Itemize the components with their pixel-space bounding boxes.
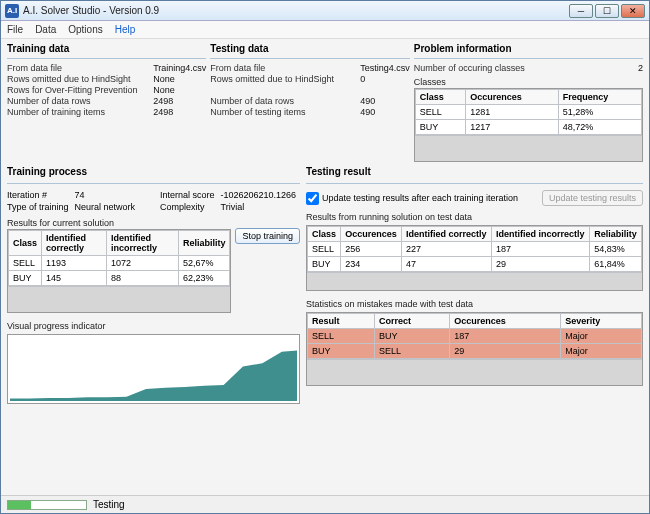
window-title: A.I. Solver Studio - Version 0.9 [23,5,569,16]
tp-type-value: Neural network [75,202,154,212]
app-window: A.I A.I. Solver Studio - Version 0.9 ─ ☐… [0,0,650,514]
problem-info-panel: Problem information Number of occuring c… [414,43,643,162]
training-process-panel: Training process Iteration # 74 Internal… [7,166,300,491]
tsd-items-label: Number of testing items [210,107,354,117]
update-results-button: Update testing results [542,190,643,206]
td-fromfile-value: Training4.csv [153,63,206,73]
update-check-label[interactable]: Update testing results after each traini… [306,192,518,205]
stop-training-button[interactable]: Stop training [235,228,300,244]
tsd-items-value: 490 [360,107,410,117]
table-row[interactable]: SELL BUY 187 Major [308,329,642,344]
tp-complexity-value: Trivial [221,202,300,212]
td-hindsight-value: None [153,74,206,84]
testing-data-panel: Testing data From data file Testing4.csv… [210,43,409,162]
menu-options[interactable]: Options [68,24,102,35]
tp-iter-label: Iteration # [7,190,69,200]
vpi-label: Visual progress indicator [7,321,300,331]
tp-score-label: Internal score [160,190,215,200]
app-icon: A.I [5,4,19,18]
training-data-title: Training data [7,43,206,54]
status-text: Testing [93,499,125,510]
update-checkbox[interactable] [306,192,319,205]
pi-classes-label: Classes [414,77,643,87]
table-row[interactable]: BUY SELL 29 Major [308,344,642,359]
maximize-button[interactable]: ☐ [595,4,619,18]
td-hindsight-label: Rows omitted due to HindSight [7,74,147,84]
tsd-hindsight-value: 0 [360,74,410,84]
problem-info-title: Problem information [414,43,643,54]
testing-result-panel: Testing result Update testing results af… [306,166,643,491]
td-overfit-value: None [153,85,206,95]
td-fromfile-label: From data file [7,63,147,73]
tsd-fromfile-label: From data file [210,63,354,73]
testing-result-title: Testing result [306,166,643,177]
tsd-hindsight-label: Rows omitted due to HindSight [210,74,354,84]
td-items-value: 2498 [153,107,206,117]
mistakes-table: Result Correct Occurences Severity SELL … [306,312,643,386]
th-occ[interactable]: Occurences [466,90,558,105]
tsd-fromfile-value: Testing4.csv [360,63,410,73]
th-freq[interactable]: Frequency [558,90,641,105]
statusbar: Testing [1,495,649,513]
tsd-rows-value: 490 [360,96,410,106]
td-overfit-label: Rows for Over-Fitting Prevention [7,85,147,95]
menu-file[interactable]: File [7,24,23,35]
menubar: File Data Options Help [1,21,649,39]
tp-complexity-label: Complexity [160,202,215,212]
titlebar[interactable]: A.I A.I. Solver Studio - Version 0.9 ─ ☐… [1,1,649,21]
table-row[interactable]: BUY 234 47 29 61,84% [308,257,642,272]
table-row[interactable]: BUY 1217 48,72% [415,120,641,135]
testing-results-table: Class Occurences Identified correctly Id… [306,225,643,291]
training-results-table: Class Identified correctly Identified in… [7,229,231,313]
tp-results-label: Results for current solution [7,218,231,228]
menu-help[interactable]: Help [115,24,136,35]
table-row[interactable]: BUY 145 88 62,23% [9,271,230,286]
table-row[interactable]: SELL 1193 1072 52,67% [9,256,230,271]
tp-type-label: Type of training [7,202,69,212]
table-row[interactable]: SELL 256 227 187 54,83% [308,242,642,257]
th-class[interactable]: Class [415,90,465,105]
pi-count-value: 2 [638,63,643,73]
minimize-button[interactable]: ─ [569,4,593,18]
classes-table: Class Occurences Frequency SELL 1281 51,… [414,88,643,162]
status-progress [7,500,87,510]
pi-count-label: Number of occuring classes [414,63,632,73]
content-area: Training data From data file Training4.c… [1,39,649,495]
training-data-panel: Training data From data file Training4.c… [7,43,206,162]
menu-data[interactable]: Data [35,24,56,35]
close-button[interactable]: ✕ [621,4,645,18]
testing-data-title: Testing data [210,43,409,54]
tp-iter-value: 74 [75,190,154,200]
table-row[interactable]: SELL 1281 51,28% [415,105,641,120]
td-rows-value: 2498 [153,96,206,106]
td-items-label: Number of training items [7,107,147,117]
tr-results-label: Results from running solution on test da… [306,212,643,222]
progress-chart [7,334,300,404]
training-process-title: Training process [7,166,300,177]
td-rows-label: Number of data rows [7,96,147,106]
tsd-rows-label: Number of data rows [210,96,354,106]
mistakes-label: Statistics on mistakes made with test da… [306,299,643,309]
tp-score-value: -1026206210.1266 [221,190,300,200]
